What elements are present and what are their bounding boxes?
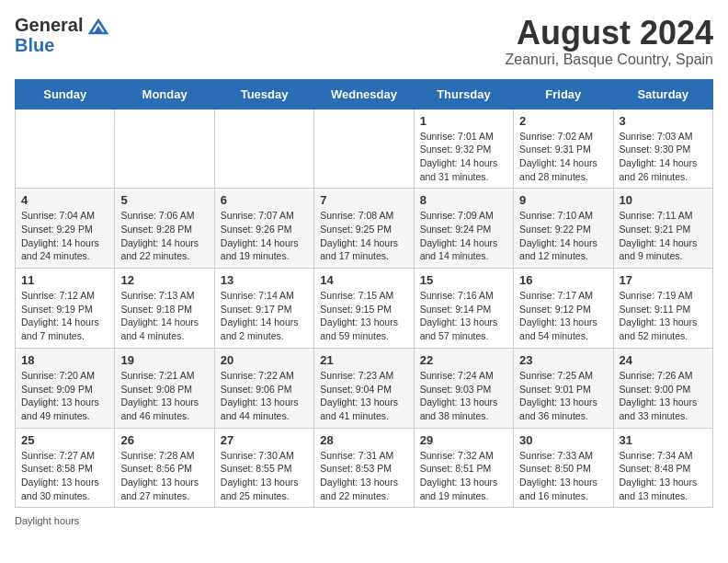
day-number: 9 xyxy=(519,193,607,207)
page-header: General Blue August 2024 Zeanuri, Basque… xyxy=(15,15,713,68)
day-number: 18 xyxy=(21,353,108,367)
day-header-sunday: Sunday xyxy=(16,79,115,109)
calendar-cell: 19Sunrise: 7:21 AMSunset: 9:08 PMDayligh… xyxy=(115,348,214,428)
day-number: 8 xyxy=(420,193,507,207)
day-info: Sunrise: 7:33 AMSunset: 8:50 PMDaylight:… xyxy=(519,449,607,503)
day-number: 25 xyxy=(21,433,108,447)
daylight-label: Daylight hours xyxy=(15,515,79,526)
calendar-cell: 11Sunrise: 7:12 AMSunset: 9:19 PMDayligh… xyxy=(16,269,115,349)
day-number: 2 xyxy=(519,114,607,128)
logo-icon xyxy=(88,18,108,35)
day-header-monday: Monday xyxy=(115,79,214,109)
calendar-cell: 22Sunrise: 7:24 AMSunset: 9:03 PMDayligh… xyxy=(414,348,513,428)
logo-general: General xyxy=(15,15,108,35)
day-info: Sunrise: 7:12 AMSunset: 9:19 PMDaylight:… xyxy=(21,289,108,343)
calendar-cell: 20Sunrise: 7:22 AMSunset: 9:06 PMDayligh… xyxy=(214,348,313,428)
day-info: Sunrise: 7:24 AMSunset: 9:03 PMDaylight:… xyxy=(420,369,507,423)
calendar-cell xyxy=(214,109,313,189)
calendar-cell: 29Sunrise: 7:32 AMSunset: 8:51 PMDayligh… xyxy=(414,428,513,508)
day-info: Sunrise: 7:02 AMSunset: 9:31 PMDaylight:… xyxy=(519,130,607,184)
day-number: 7 xyxy=(320,193,407,207)
day-info: Sunrise: 7:31 AMSunset: 8:53 PMDaylight:… xyxy=(320,449,407,503)
day-info: Sunrise: 7:23 AMSunset: 9:04 PMDaylight:… xyxy=(320,369,407,423)
day-number: 24 xyxy=(620,353,707,367)
day-number: 5 xyxy=(120,193,208,207)
day-info: Sunrise: 7:21 AMSunset: 9:08 PMDaylight:… xyxy=(120,369,208,423)
day-info: Sunrise: 7:07 AMSunset: 9:26 PMDaylight:… xyxy=(221,209,308,263)
calendar-cell: 21Sunrise: 7:23 AMSunset: 9:04 PMDayligh… xyxy=(314,348,414,428)
calendar-cell: 12Sunrise: 7:13 AMSunset: 9:18 PMDayligh… xyxy=(115,269,214,349)
day-number: 22 xyxy=(420,353,507,367)
day-header-thursday: Thursday xyxy=(414,79,513,109)
footer: Daylight hours xyxy=(15,515,713,526)
calendar-cell: 13Sunrise: 7:14 AMSunset: 9:17 PMDayligh… xyxy=(214,269,313,349)
calendar-cell: 30Sunrise: 7:33 AMSunset: 8:50 PMDayligh… xyxy=(514,428,613,508)
day-info: Sunrise: 7:25 AMSunset: 9:01 PMDaylight:… xyxy=(519,369,607,423)
calendar-cell: 8Sunrise: 7:09 AMSunset: 9:24 PMDaylight… xyxy=(414,189,513,269)
calendar-cell: 7Sunrise: 7:08 AMSunset: 9:25 PMDaylight… xyxy=(314,189,414,269)
day-number: 30 xyxy=(519,433,607,447)
title-area: August 2024 Zeanuri, Basque Country, Spa… xyxy=(506,15,714,68)
calendar-cell: 3Sunrise: 7:03 AMSunset: 9:30 PMDaylight… xyxy=(613,109,712,189)
day-info: Sunrise: 7:16 AMSunset: 9:14 PMDaylight:… xyxy=(420,289,507,343)
day-number: 26 xyxy=(120,433,208,447)
day-info: Sunrise: 7:28 AMSunset: 8:56 PMDaylight:… xyxy=(120,449,208,503)
calendar-cell: 23Sunrise: 7:25 AMSunset: 9:01 PMDayligh… xyxy=(514,348,613,428)
calendar-cell: 31Sunrise: 7:34 AMSunset: 8:48 PMDayligh… xyxy=(613,428,712,508)
day-number: 27 xyxy=(221,433,308,447)
day-number: 29 xyxy=(420,433,507,447)
day-header-saturday: Saturday xyxy=(613,79,712,109)
calendar-cell: 1Sunrise: 7:01 AMSunset: 9:32 PMDaylight… xyxy=(414,109,513,189)
day-number: 15 xyxy=(420,273,507,287)
day-number: 10 xyxy=(620,193,707,207)
calendar-cell: 6Sunrise: 7:07 AMSunset: 9:26 PMDaylight… xyxy=(214,189,313,269)
calendar-cell: 4Sunrise: 7:04 AMSunset: 9:29 PMDaylight… xyxy=(16,189,115,269)
day-number: 1 xyxy=(420,114,507,128)
day-info: Sunrise: 7:32 AMSunset: 8:51 PMDaylight:… xyxy=(420,449,507,503)
day-number: 3 xyxy=(620,114,707,128)
subtitle: Zeanuri, Basque Country, Spain xyxy=(506,52,714,68)
calendar-cell: 5Sunrise: 7:06 AMSunset: 9:28 PMDaylight… xyxy=(115,189,214,269)
day-number: 31 xyxy=(620,433,707,447)
day-info: Sunrise: 7:09 AMSunset: 9:24 PMDaylight:… xyxy=(420,209,507,263)
day-info: Sunrise: 7:22 AMSunset: 9:06 PMDaylight:… xyxy=(221,369,308,423)
day-info: Sunrise: 7:11 AMSunset: 9:21 PMDaylight:… xyxy=(620,209,707,263)
day-number: 13 xyxy=(221,273,308,287)
day-number: 14 xyxy=(320,273,407,287)
day-number: 23 xyxy=(519,353,607,367)
day-header-tuesday: Tuesday xyxy=(214,79,313,109)
calendar-cell: 28Sunrise: 7:31 AMSunset: 8:53 PMDayligh… xyxy=(314,428,414,508)
logo-blue: Blue xyxy=(15,35,108,55)
calendar-cell: 17Sunrise: 7:19 AMSunset: 9:11 PMDayligh… xyxy=(613,269,712,349)
logo: General Blue xyxy=(15,15,108,55)
day-number: 19 xyxy=(120,353,208,367)
day-header-friday: Friday xyxy=(514,79,613,109)
day-info: Sunrise: 7:01 AMSunset: 9:32 PMDaylight:… xyxy=(420,130,507,184)
day-info: Sunrise: 7:34 AMSunset: 8:48 PMDaylight:… xyxy=(620,449,707,503)
calendar-cell: 26Sunrise: 7:28 AMSunset: 8:56 PMDayligh… xyxy=(115,428,214,508)
calendar-cell xyxy=(115,109,214,189)
day-info: Sunrise: 7:19 AMSunset: 9:11 PMDaylight:… xyxy=(620,289,707,343)
calendar-cell: 10Sunrise: 7:11 AMSunset: 9:21 PMDayligh… xyxy=(613,189,712,269)
day-info: Sunrise: 7:13 AMSunset: 9:18 PMDaylight:… xyxy=(120,289,208,343)
calendar-cell: 25Sunrise: 7:27 AMSunset: 8:58 PMDayligh… xyxy=(16,428,115,508)
day-info: Sunrise: 7:03 AMSunset: 9:30 PMDaylight:… xyxy=(620,130,707,184)
calendar-cell: 16Sunrise: 7:17 AMSunset: 9:12 PMDayligh… xyxy=(514,269,613,349)
day-number: 4 xyxy=(21,193,108,207)
calendar-cell: 27Sunrise: 7:30 AMSunset: 8:55 PMDayligh… xyxy=(214,428,313,508)
day-number: 28 xyxy=(320,433,407,447)
day-info: Sunrise: 7:04 AMSunset: 9:29 PMDaylight:… xyxy=(21,209,108,263)
day-info: Sunrise: 7:15 AMSunset: 9:15 PMDaylight:… xyxy=(320,289,407,343)
calendar-cell: 2Sunrise: 7:02 AMSunset: 9:31 PMDaylight… xyxy=(514,109,613,189)
calendar-cell xyxy=(314,109,414,189)
day-info: Sunrise: 7:17 AMSunset: 9:12 PMDaylight:… xyxy=(519,289,607,343)
day-info: Sunrise: 7:10 AMSunset: 9:22 PMDaylight:… xyxy=(519,209,607,263)
day-info: Sunrise: 7:26 AMSunset: 9:00 PMDaylight:… xyxy=(620,369,707,423)
calendar-cell: 14Sunrise: 7:15 AMSunset: 9:15 PMDayligh… xyxy=(314,269,414,349)
day-info: Sunrise: 7:27 AMSunset: 8:58 PMDaylight:… xyxy=(21,449,108,503)
day-number: 16 xyxy=(519,273,607,287)
day-number: 6 xyxy=(221,193,308,207)
calendar-cell xyxy=(16,109,115,189)
day-info: Sunrise: 7:20 AMSunset: 9:09 PMDaylight:… xyxy=(21,369,108,423)
day-info: Sunrise: 7:08 AMSunset: 9:25 PMDaylight:… xyxy=(320,209,407,263)
